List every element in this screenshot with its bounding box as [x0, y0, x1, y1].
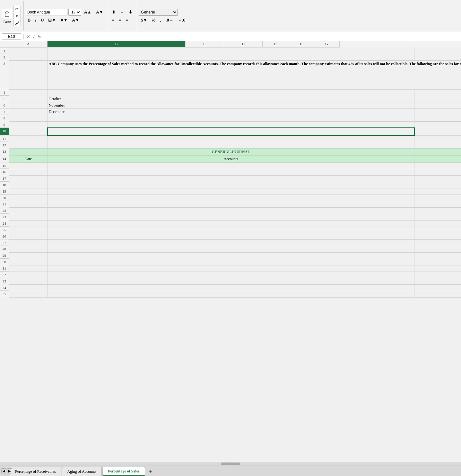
italic-btn[interactable]: I — [33, 17, 38, 23]
cell-c19[interactable] — [414, 188, 461, 195]
row-header-25[interactable]: 25 — [0, 227, 9, 233]
cell-c12[interactable] — [414, 142, 461, 148]
copy-btn[interactable]: ⧉ — [13, 13, 21, 19]
tab-percentage-of-sales[interactable]: Percentage of Sales — [102, 467, 145, 472]
cell-b13-journal-title[interactable]: GENERAL JOURNAL — [48, 148, 414, 155]
cell-b25[interactable] — [48, 227, 414, 233]
cell-b16[interactable] — [48, 169, 414, 175]
add-tab-btn[interactable]: + — [146, 467, 156, 472]
cell-a16[interactable] — [9, 169, 48, 175]
cell-a7[interactable] — [9, 108, 48, 115]
row-header-20[interactable]: 20 — [0, 195, 9, 201]
cell-c17[interactable] — [414, 175, 461, 182]
paste-icon[interactable] — [2, 9, 12, 19]
align-left-btn[interactable]: ≡ — [110, 16, 117, 23]
fill-color-btn[interactable]: A▼ — [58, 17, 69, 23]
format-painter-btn[interactable]: 🖌 — [13, 20, 21, 26]
row-header-14[interactable]: 14 — [0, 155, 9, 162]
cell-a23[interactable] — [9, 214, 48, 220]
cell-b6-november[interactable]: November — [48, 102, 414, 108]
cell-a19[interactable] — [9, 188, 48, 195]
col-header-g[interactable]: G — [314, 41, 340, 48]
cut-btn[interactable]: ✂ — [13, 6, 21, 12]
row-header-29[interactable]: 29 — [0, 252, 9, 259]
row-header-19[interactable]: 19 — [0, 188, 9, 195]
percent-btn[interactable]: % — [150, 17, 158, 23]
cell-c28[interactable] — [414, 246, 461, 252]
cell-c7-amount[interactable]: $625,750.00 — [414, 108, 461, 115]
cell-b1[interactable] — [48, 48, 414, 54]
row-header-22[interactable]: 22 — [0, 207, 9, 214]
cell-c22[interactable] — [414, 207, 461, 214]
cell-b11[interactable] — [48, 135, 414, 142]
cell-b31[interactable] — [48, 265, 414, 272]
confirm-formula-btn[interactable]: ✓ — [32, 34, 36, 39]
font-grow-btn[interactable]: A▲ — [82, 9, 93, 15]
font-shrink-btn[interactable]: A▼ — [94, 9, 105, 15]
cell-c2[interactable] — [414, 54, 461, 60]
cell-a14-date-header[interactable]: Date — [9, 155, 48, 162]
cell-c30[interactable] — [414, 259, 461, 265]
tab-next-btn[interactable]: ▶ — [7, 468, 12, 472]
cell-c4[interactable] — [414, 89, 461, 96]
row-header-3[interactable]: 3 — [0, 60, 9, 89]
underline-btn[interactable]: U — [39, 17, 46, 23]
row-header-5[interactable]: 5 — [0, 96, 9, 102]
cell-c26[interactable] — [414, 233, 461, 239]
row-header-30[interactable]: 30 — [0, 259, 9, 265]
cell-c5-amount[interactable]: $550,250.00 — [414, 96, 461, 102]
cell-a26[interactable] — [9, 233, 48, 239]
cell-a3[interactable] — [9, 60, 48, 89]
borders-btn[interactable]: ⊞▼ — [46, 17, 58, 23]
row-header-8[interactable]: 8 — [0, 115, 9, 121]
row-header-7[interactable]: 7 — [0, 108, 9, 115]
tab-percentage-of-receivables[interactable]: Percentage of Receivables — [10, 467, 61, 472]
cell-c21[interactable] — [414, 201, 461, 207]
cell-a32[interactable] — [9, 272, 48, 278]
cell-c27[interactable] — [414, 239, 461, 246]
row-header-15[interactable]: 15 — [0, 162, 9, 169]
cell-c14-debit-header[interactable]: Debit — [414, 155, 461, 162]
dec-decrease-btn[interactable]: ←.0 — [176, 17, 187, 23]
cell-b29[interactable] — [48, 252, 414, 259]
row-header-12[interactable]: 12 — [0, 142, 9, 148]
cancel-formula-btn[interactable]: ✕ — [26, 34, 30, 39]
cell-a17[interactable] — [9, 175, 48, 182]
row-header-16[interactable]: 16 — [0, 169, 9, 175]
cell-c10[interactable] — [414, 128, 461, 135]
cell-a21[interactable] — [9, 201, 48, 207]
cell-a18[interactable] — [9, 182, 48, 188]
cell-a25[interactable] — [9, 227, 48, 233]
cell-c20[interactable] — [414, 195, 461, 201]
comma-btn[interactable]: , — [158, 17, 163, 23]
scrollbar-thumb[interactable] — [221, 463, 240, 465]
cell-b33[interactable] — [48, 278, 414, 284]
cell-b19[interactable] — [48, 188, 414, 195]
cell-a24[interactable] — [9, 220, 48, 227]
cell-a30[interactable] — [9, 259, 48, 265]
cell-c31[interactable] — [414, 265, 461, 272]
row-header-26[interactable]: 26 — [0, 233, 9, 239]
cell-b32[interactable] — [48, 272, 414, 278]
cell-a31[interactable] — [9, 265, 48, 272]
cell-b27[interactable] — [48, 239, 414, 246]
col-header-f[interactable]: F — [288, 41, 314, 48]
font-color-btn[interactable]: A▼ — [70, 17, 81, 23]
cell-b23[interactable] — [48, 214, 414, 220]
cell-b7-december[interactable]: December — [48, 108, 414, 115]
dec-increase-btn[interactable]: .0→ — [164, 17, 175, 23]
cell-b22[interactable] — [48, 207, 414, 214]
cell-a1[interactable] — [9, 48, 48, 54]
cell-c13[interactable] — [414, 148, 461, 155]
horizontal-scrollbar[interactable] — [0, 462, 461, 465]
cell-b8[interactable] — [48, 115, 414, 121]
cell-a12[interactable] — [9, 142, 48, 148]
cell-a4[interactable] — [9, 89, 48, 96]
tab-prev-btn[interactable]: ◀ — [1, 468, 6, 472]
row-header-23[interactable]: 23 — [0, 214, 9, 220]
cell-c16[interactable] — [414, 169, 461, 175]
number-format-select[interactable]: General — [139, 9, 178, 16]
row-header-18[interactable]: 18 — [0, 182, 9, 188]
cell-a13[interactable] — [9, 148, 48, 155]
cell-a10[interactable] — [9, 128, 48, 135]
